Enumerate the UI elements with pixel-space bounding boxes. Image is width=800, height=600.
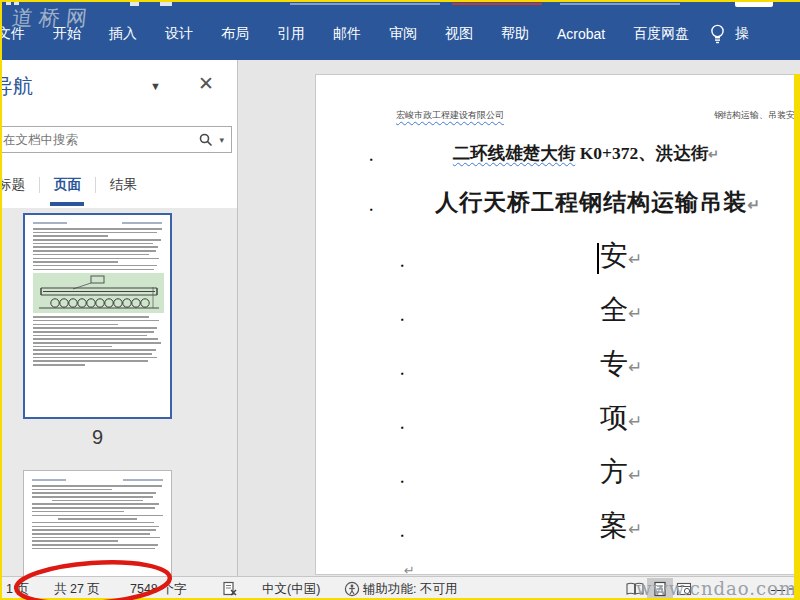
pane-close-icon[interactable]: ✕ <box>198 72 214 95</box>
bullet-mark: ▪ <box>401 423 404 432</box>
tab-design[interactable]: 设计 <box>151 25 207 43</box>
navigation-pane-title: 导航 <box>0 73 33 100</box>
page-thumbnail-9[interactable] <box>23 213 172 419</box>
text-cursor <box>597 243 599 274</box>
doc-vertical-char: 安↵ <box>600 237 642 275</box>
title-text-fragment <box>452 3 542 5</box>
tab-home[interactable]: 开始 <box>39 25 95 43</box>
document-page[interactable]: 宏峻市政工程建设有限公司 钢结构运输、吊装安全专项 ▪ 二环线雄楚大街 K0+3… <box>315 74 800 575</box>
status-page-total[interactable]: 共 27 页 <box>54 581 100 598</box>
tab-baidu-netdisk[interactable]: 百度网盘 <box>619 25 703 43</box>
document-search-box[interactable]: ▾ <box>0 126 232 153</box>
doc-title-line2: 人行天桥工程钢结构运输吊装↵ <box>416 187 780 218</box>
nav-tab-headings[interactable]: 标题 <box>0 176 39 194</box>
tab-view[interactable]: 视图 <box>431 25 487 43</box>
thumb-text <box>32 503 163 516</box>
nav-tab-results[interactable]: 结果 <box>96 176 151 194</box>
thumb-diagram-beam-rollers <box>33 273 164 313</box>
tab-help[interactable]: 帮助 <box>487 25 543 43</box>
lightbulb-icon <box>709 23 726 45</box>
doc-title-line1: 二环线雄楚大街 K0+372、洪达街↵ <box>436 141 736 165</box>
tab-acrobat[interactable]: Acrobat <box>543 26 619 42</box>
title-text-fragment <box>290 3 440 5</box>
thumb-text <box>32 522 163 549</box>
doc-vertical-char: 案↵ <box>600 507 642 545</box>
yellow-border-left <box>0 0 2 600</box>
bullet-mark: ▪ <box>370 205 373 214</box>
bullet-mark: ▪ <box>401 531 404 540</box>
search-icon[interactable] <box>199 133 213 147</box>
bullet-mark: ▪ <box>370 155 373 164</box>
status-accessibility[interactable]: 辅助功能: 不可用 <box>363 581 457 598</box>
thumb-text <box>52 500 144 502</box>
status-language[interactable]: 中文(中国) <box>262 581 320 598</box>
navigation-pane: 导航 ▼ ✕ ▾ 标题 页面 结果 <box>0 60 238 576</box>
thumb-text <box>58 518 137 520</box>
word-window: 道桥网 文件 开始 插入 设计 布局 引用 邮件 审阅 视图 帮助 Acroba… <box>0 0 800 600</box>
print-layout-button[interactable] <box>652 581 668 597</box>
accessibility-icon <box>344 581 360 597</box>
tab-layout[interactable]: 布局 <box>207 25 263 43</box>
tab-insert[interactable]: 插入 <box>95 25 151 43</box>
page-thumbnail-next[interactable] <box>23 470 172 576</box>
bullet-mark: ▪ <box>401 369 404 378</box>
tell-me-label: 操 <box>735 25 749 43</box>
proofing-errors-icon[interactable] <box>222 581 238 597</box>
ribbon-tab-bar: 文件 开始 插入 设计 布局 引用 邮件 审阅 视图 帮助 Acrobat 百度… <box>0 8 800 60</box>
doc-vertical-char: 方↵ <box>600 453 642 491</box>
status-word-count[interactable]: 7548 个字 <box>130 581 186 598</box>
status-bar: 1 页 共 27 页 7548 个字 中文(中国) 辅助功能: 不可用 <box>0 576 800 600</box>
read-mode-button[interactable] <box>626 582 644 596</box>
page-header-left: 宏峻市政工程建设有限公司 <box>396 109 504 122</box>
active-tab-underline <box>50 202 84 206</box>
thumb-text <box>33 228 162 270</box>
thumb-header <box>32 479 163 481</box>
yellow-border-top <box>0 0 800 2</box>
web-layout-button[interactable] <box>676 581 692 597</box>
bullet-mark: ▪ <box>401 315 404 324</box>
zoom-out-button[interactable]: — <box>771 581 785 597</box>
thumb-header <box>33 222 162 224</box>
thumb-page-number: 9 <box>23 426 172 449</box>
thumb-text <box>33 316 162 366</box>
tell-me-search[interactable]: 操 <box>709 23 749 45</box>
tab-file[interactable]: 文件 <box>0 25 39 43</box>
doc-vertical-char: 专↵ <box>600 345 642 383</box>
search-input[interactable] <box>0 133 199 147</box>
pane-options-chevron-icon[interactable]: ▼ <box>150 80 161 92</box>
doc-vertical-char: 全↵ <box>600 291 642 329</box>
status-page-current[interactable]: 1 页 <box>6 581 29 598</box>
page-thumbnails: 9 <box>0 208 237 576</box>
tab-mailings[interactable]: 邮件 <box>319 25 375 43</box>
nav-tab-pages[interactable]: 页面 <box>40 176 95 194</box>
title-text-fragment <box>560 3 680 5</box>
page-header-right: 钢结构运输、吊装安全专项 <box>714 109 800 122</box>
search-options-chevron-icon[interactable]: ▾ <box>219 135 224 145</box>
yellow-border-right <box>794 74 800 600</box>
doc-vertical-char: 项↵ <box>600 399 642 437</box>
tab-references[interactable]: 引用 <box>263 25 319 43</box>
tab-review[interactable]: 审阅 <box>375 25 431 43</box>
navigation-tabs: 标题 页面 结果 <box>0 168 238 202</box>
thumb-text <box>32 485 163 498</box>
bullet-mark: ▪ <box>401 261 404 270</box>
bullet-mark: ▪ <box>401 477 404 486</box>
